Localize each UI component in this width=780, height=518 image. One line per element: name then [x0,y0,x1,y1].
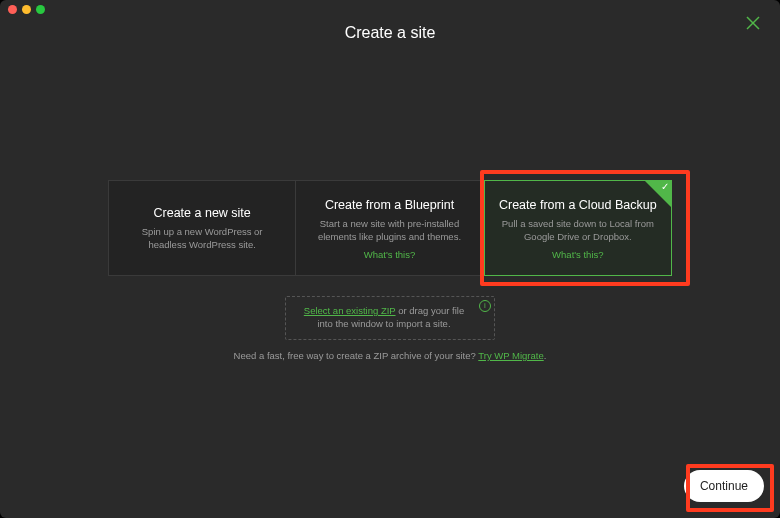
option-desc: Pull a saved site down to Local from Goo… [498,218,658,244]
window-close-dot[interactable] [8,5,17,14]
option-create-from-blueprint[interactable]: Create from a Blueprint Start a new site… [296,180,483,276]
option-title: Create a new site [154,206,251,220]
window-minimize-dot[interactable] [22,5,31,14]
migrate-lead: Need a fast, free way to create a ZIP ar… [234,350,479,361]
option-title: Create from a Cloud Backup [499,198,657,212]
migrate-link[interactable]: Try WP Migrate [478,350,543,361]
migrate-hint: Need a fast, free way to create a ZIP ar… [0,350,780,361]
option-title: Create from a Blueprint [325,198,454,212]
app-window: Create a site Create a new site Spin up … [0,0,780,518]
option-desc: Spin up a new WordPress or headless Word… [122,226,282,252]
window-zoom-dot[interactable] [36,5,45,14]
check-icon: ✓ [661,182,669,192]
page-title: Create a site [0,24,780,42]
option-hint-link[interactable]: What's this? [552,249,603,260]
select-zip-link[interactable]: Select an existing ZIP [304,305,396,316]
info-icon[interactable]: i [479,300,491,312]
site-creation-options: Create a new site Spin up a new WordPres… [108,180,672,276]
option-create-new-site[interactable]: Create a new site Spin up a new WordPres… [108,180,296,276]
option-create-from-cloud-backup[interactable]: ✓ Create from a Cloud Backup Pull a save… [484,180,672,276]
mac-traffic-lights [0,0,45,18]
option-desc: Start a new site with pre-installed elem… [309,218,469,244]
migrate-trail: . [544,350,547,361]
option-hint-link[interactable]: What's this? [364,249,415,260]
continue-button[interactable]: Continue [684,470,764,502]
import-dropzone[interactable]: i Select an existing ZIP or drag your fi… [285,296,495,340]
